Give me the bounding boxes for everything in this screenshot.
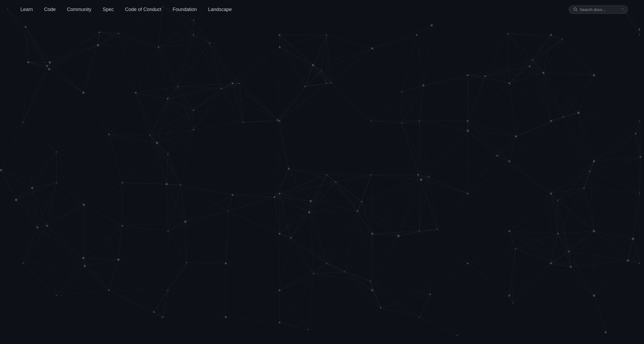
nav-link-learn[interactable]: Learn [16, 5, 37, 15]
nav-link-spec[interactable]: Spec [98, 5, 118, 15]
search-icon [573, 7, 578, 12]
network-background [0, 0, 644, 344]
nav-link-code[interactable]: Code [40, 5, 60, 15]
nav-link-community[interactable]: Community [63, 5, 96, 15]
svg-line-1 [576, 10, 577, 11]
nav-link-code-of-conduct[interactable]: Code of Conduct [121, 5, 166, 15]
search-container[interactable] [569, 5, 628, 14]
nav-links: LearnCodeCommunitySpecCode of ConductFou… [16, 5, 236, 15]
navbar: LearnCodeCommunitySpecCode of ConductFou… [0, 0, 644, 19]
search-input[interactable] [580, 7, 623, 12]
nav-link-landscape[interactable]: Landscape [204, 5, 236, 15]
nav-link-foundation[interactable]: Foundation [168, 5, 201, 15]
